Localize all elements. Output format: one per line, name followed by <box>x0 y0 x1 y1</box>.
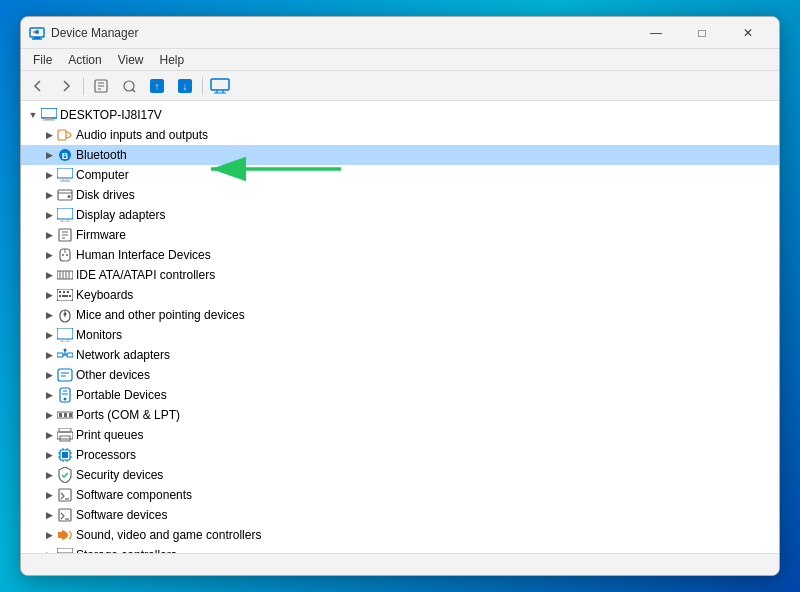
tree-item-audio[interactable]: ▶ Audio inputs and outputs <box>21 125 779 145</box>
icon-sound <box>57 527 73 543</box>
tree-item-keyboards[interactable]: ▶ Keyboards <box>21 285 779 305</box>
menu-action[interactable]: Action <box>60 51 109 69</box>
toggle-sound[interactable]: ▶ <box>41 527 57 543</box>
toolbar-separator-1 <box>83 77 84 95</box>
label-software-dev: Software devices <box>76 508 167 522</box>
svg-rect-94 <box>58 532 62 538</box>
icon-bluetooth: B <box>57 147 73 163</box>
svg-rect-17 <box>41 108 57 118</box>
forward-button[interactable] <box>53 74 79 98</box>
toggle-ide[interactable]: ▶ <box>41 267 57 283</box>
svg-text:B: B <box>62 151 69 161</box>
toggle-ports[interactable]: ▶ <box>41 407 57 423</box>
icon-firmware <box>57 227 73 243</box>
svg-point-40 <box>62 254 64 256</box>
label-disk: Disk drives <box>76 188 135 202</box>
update-button[interactable]: ↑ <box>144 74 170 98</box>
tree-item-software-dev[interactable]: ▶ Software devices <box>21 505 779 525</box>
svg-rect-95 <box>57 548 73 553</box>
toggle-audio[interactable]: ▶ <box>41 127 57 143</box>
app-icon <box>29 25 45 41</box>
svg-rect-20 <box>58 130 66 140</box>
minimize-button[interactable]: — <box>633 17 679 49</box>
content-wrapper: ▼ DESKTOP-IJ8I17V ▶ Audio inputs and out… <box>21 101 779 553</box>
toggle-keyboards[interactable]: ▶ <box>41 287 57 303</box>
icon-software-comp <box>57 487 73 503</box>
label-computer: Computer <box>76 168 129 182</box>
tree-item-monitors[interactable]: ▶ Monitors <box>21 325 779 345</box>
back-button[interactable] <box>25 74 51 98</box>
title-bar: Device Manager — □ ✕ <box>21 17 779 49</box>
menu-file[interactable]: File <box>25 51 60 69</box>
svg-rect-42 <box>57 271 73 279</box>
label-audio: Audio inputs and outputs <box>76 128 208 142</box>
toggle-bluetooth[interactable]: ▶ <box>41 147 57 163</box>
toggle-print[interactable]: ▶ <box>41 427 57 443</box>
toggle-network[interactable]: ▶ <box>41 347 57 363</box>
toggle-monitors[interactable]: ▶ <box>41 327 57 343</box>
icon-disk <box>57 187 73 203</box>
tree-item-sound[interactable]: ▶ Sound, video and game controllers <box>21 525 779 545</box>
tree-item-network[interactable]: ▶ Network adapters <box>21 345 779 365</box>
toggle-security[interactable]: ▶ <box>41 467 57 483</box>
icon-hid <box>57 247 73 263</box>
close-button[interactable]: ✕ <box>725 17 771 49</box>
icon-audio <box>57 127 73 143</box>
tree-item-display[interactable]: ▶ Display adapters <box>21 205 779 225</box>
toggle-other[interactable]: ▶ <box>41 367 57 383</box>
toggle-software-dev[interactable]: ▶ <box>41 507 57 523</box>
tree-item-security[interactable]: ▶ Security devices <box>21 465 779 485</box>
root-toggle[interactable]: ▼ <box>25 107 41 123</box>
tree-item-bluetooth[interactable]: ▶ B Bluetooth <box>21 145 779 165</box>
toggle-software-comp[interactable]: ▶ <box>41 487 57 503</box>
properties-button[interactable] <box>88 74 114 98</box>
tree-item-print[interactable]: ▶ Print queues <box>21 425 779 445</box>
tree-item-storage[interactable]: ▶ Storage controllers <box>21 545 779 553</box>
menu-view[interactable]: View <box>110 51 152 69</box>
svg-rect-51 <box>59 295 61 297</box>
svg-rect-74 <box>59 413 62 417</box>
menu-help[interactable]: Help <box>152 51 193 69</box>
tree-item-disk[interactable]: ▶ Disk drives <box>21 185 779 205</box>
toggle-computer[interactable]: ▶ <box>41 167 57 183</box>
toggle-firmware[interactable]: ▶ <box>41 227 57 243</box>
label-print: Print queues <box>76 428 143 442</box>
toggle-mice[interactable]: ▶ <box>41 307 57 323</box>
icon-portable <box>57 387 73 403</box>
tree-item-firmware[interactable]: ▶ Firmware <box>21 225 779 245</box>
toggle-storage[interactable]: ▶ <box>41 547 57 553</box>
scan-button[interactable] <box>116 74 142 98</box>
tree-item-processors[interactable]: ▶ Processors <box>21 445 779 465</box>
tree-item-ide[interactable]: ▶ IDE ATA/ATAPI controllers <box>21 265 779 285</box>
maximize-button[interactable]: □ <box>679 17 725 49</box>
svg-rect-62 <box>67 353 73 357</box>
icon-computer <box>57 167 73 183</box>
svg-rect-48 <box>59 291 61 293</box>
device-tree[interactable]: ▼ DESKTOP-IJ8I17V ▶ Audio inputs and out… <box>21 101 779 553</box>
tree-item-computer[interactable]: ▶ Computer <box>21 165 779 185</box>
toggle-display[interactable]: ▶ <box>41 207 57 223</box>
toggle-portable[interactable]: ▶ <box>41 387 57 403</box>
display-button[interactable] <box>207 74 233 98</box>
svg-point-72 <box>64 398 67 401</box>
tree-item-hid[interactable]: ▶ Human Interface Devices <box>21 245 779 265</box>
toggle-hid[interactable]: ▶ <box>41 247 57 263</box>
tree-item-mice[interactable]: ▶ Mice and other pointing devices <box>21 305 779 325</box>
tree-root-item[interactable]: ▼ DESKTOP-IJ8I17V <box>21 105 779 125</box>
tree-item-software-comp[interactable]: ▶ Software components <box>21 485 779 505</box>
svg-text:↓: ↓ <box>183 81 188 92</box>
label-processors: Processors <box>76 448 136 462</box>
toggle-disk[interactable]: ▶ <box>41 187 57 203</box>
label-bluetooth: Bluetooth <box>76 148 127 162</box>
tree-item-other[interactable]: ▶ Other devices <box>21 365 779 385</box>
icon-storage <box>57 547 73 553</box>
menu-bar: File Action View Help <box>21 49 779 71</box>
svg-rect-61 <box>57 353 63 357</box>
svg-rect-75 <box>64 413 67 417</box>
icon-other <box>57 367 73 383</box>
tree-item-portable[interactable]: ▶ Portable Devices <box>21 385 779 405</box>
svg-rect-76 <box>69 413 72 417</box>
tree-item-ports[interactable]: ▶ Ports (COM & LPT) <box>21 405 779 425</box>
toggle-processors[interactable]: ▶ <box>41 447 57 463</box>
rollback-button[interactable]: ↓ <box>172 74 198 98</box>
